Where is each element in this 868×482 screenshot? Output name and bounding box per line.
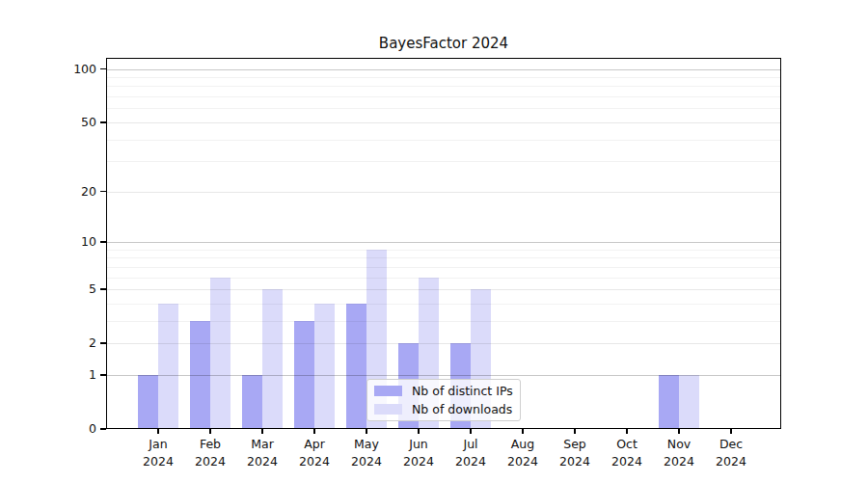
x-axis-tick <box>574 429 576 434</box>
y-axis-tick <box>100 68 106 70</box>
x-axis-tick <box>730 429 732 434</box>
minor-gridline <box>106 77 781 78</box>
major-gridline <box>106 192 781 193</box>
x-axis-tick-label: Nov 2024 <box>653 436 705 470</box>
x-axis-tick <box>313 429 315 434</box>
y-axis-tick-label: 10 <box>54 235 96 249</box>
x-axis-tick <box>261 429 263 434</box>
y-axis-tick-label: 100 <box>54 63 96 76</box>
x-axis-tick-label: Dec 2024 <box>705 436 757 470</box>
legend-swatch <box>374 404 402 415</box>
x-axis-tick-label: Jul 2024 <box>445 436 497 470</box>
major-gridline <box>106 375 781 376</box>
x-axis-tick-label: Feb 2024 <box>184 436 236 470</box>
minor-gridline <box>106 278 781 279</box>
y-axis-tick-label: 0 <box>54 422 96 436</box>
major-gridline <box>106 242 781 243</box>
x-axis-tick <box>157 429 159 434</box>
minor-gridline <box>106 257 781 258</box>
x-axis-tick-label: Jan 2024 <box>132 436 184 470</box>
x-axis-tick <box>470 429 472 434</box>
minor-gridline <box>106 108 781 109</box>
legend-label: Nb of distinct IPs <box>412 384 513 398</box>
minor-gridline <box>106 96 781 97</box>
x-axis-tick <box>366 429 367 434</box>
major-gridline <box>106 289 781 290</box>
minor-gridline <box>106 267 781 268</box>
legend: Nb of distinct IPsNb of downloads <box>366 379 521 421</box>
y-axis-tick <box>100 191 106 193</box>
x-axis-tick-label: Oct 2024 <box>601 436 653 470</box>
y-axis-tick <box>100 241 106 243</box>
x-axis-tick-label: Sep 2024 <box>549 436 601 470</box>
x-axis-tick-label: Mar 2024 <box>236 436 288 470</box>
x-axis-tick-label: May 2024 <box>340 436 393 470</box>
x-axis-tick-label: Aug 2024 <box>497 436 549 470</box>
y-axis-tick <box>100 428 106 430</box>
y-axis-tick <box>100 342 106 344</box>
major-gridline <box>106 122 781 123</box>
major-gridline <box>106 343 781 344</box>
y-axis-tick-label: 1 <box>54 368 96 382</box>
y-axis-tick-label: 50 <box>54 116 96 129</box>
legend-swatch <box>374 386 402 396</box>
minor-gridline <box>106 140 781 141</box>
chart-title: BayesFactor 2024 <box>106 35 781 52</box>
x-axis-tick <box>418 429 420 434</box>
bar-chart: BayesFactor 2024 0125102050100Jan 2024Fe… <box>0 0 868 482</box>
minor-gridline <box>106 321 781 322</box>
x-axis-tick <box>522 429 524 434</box>
x-axis-tick <box>678 429 680 434</box>
legend-label: Nb of downloads <box>412 402 512 416</box>
major-gridline <box>106 69 781 70</box>
y-axis-tick-label: 20 <box>54 185 96 199</box>
y-axis-tick <box>100 121 106 123</box>
minor-gridline <box>106 161 781 162</box>
x-axis-tick-label: Apr 2024 <box>288 436 340 470</box>
y-axis-tick <box>100 288 106 290</box>
grid-layer <box>106 58 781 429</box>
legend-item: Nb of distinct IPs <box>374 384 514 399</box>
x-axis-tick-label: Jun 2024 <box>393 436 445 470</box>
minor-gridline <box>106 250 781 251</box>
minor-gridline <box>106 86 781 87</box>
legend-item: Nb of downloads <box>374 402 514 417</box>
y-axis-tick <box>100 374 106 376</box>
y-axis-tick-label: 2 <box>54 336 96 350</box>
x-axis-tick <box>209 429 211 434</box>
y-axis-tick-label: 5 <box>54 282 96 296</box>
x-axis-tick <box>626 429 628 434</box>
minor-gridline <box>106 304 781 305</box>
